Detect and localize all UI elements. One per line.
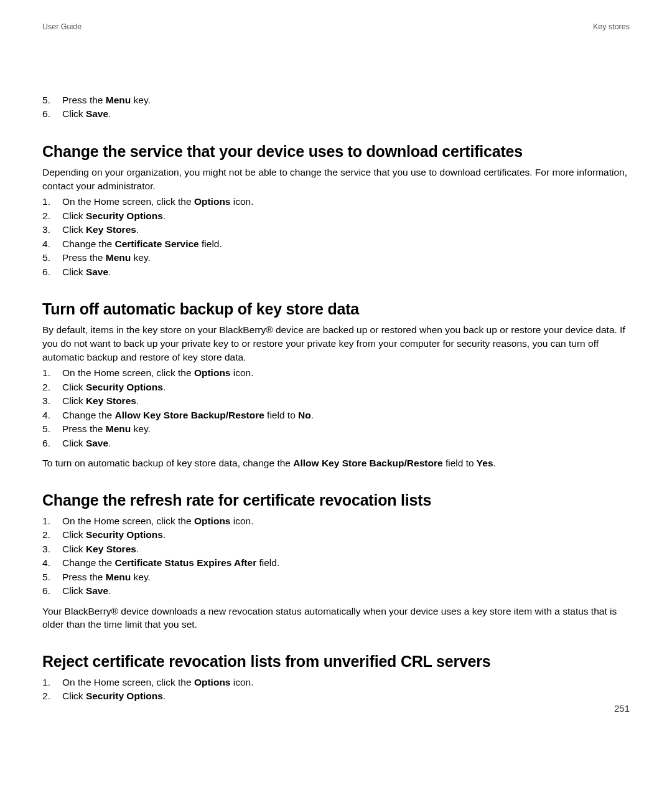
section-description: Depending on your organization, you migh…: [42, 166, 630, 192]
steps-list-2: On the Home screen, click the Options ic…: [42, 366, 630, 450]
section-description: By default, items in the key store on yo…: [42, 323, 630, 364]
section-1: Change the service that your device uses…: [42, 143, 630, 279]
step-item: Click Security Options.: [42, 380, 630, 394]
section-heading: Change the service that your device uses…: [42, 143, 630, 161]
step-item: Click Security Options.: [42, 209, 630, 223]
step-item: Click Security Options.: [42, 689, 630, 703]
intro-steps-list: Press the Menu key.Click Save.: [42, 93, 630, 121]
section-heading: Turn off automatic backup of key store d…: [42, 300, 630, 318]
step-item: Click Save.: [42, 584, 630, 598]
follow-up-text: To turn on automatic backup of key store…: [42, 456, 630, 470]
section-2: Turn off automatic backup of key store d…: [42, 300, 630, 470]
section-3: Change the refresh rate for certificate …: [42, 491, 630, 631]
step-item: On the Home screen, click the Options ic…: [42, 514, 630, 528]
step-item: Change the Allow Key Store Backup/Restor…: [42, 408, 630, 422]
step-item: Click Key Stores.: [42, 394, 630, 408]
step-item: Click Save.: [42, 107, 630, 121]
step-item: Press the Menu key.: [42, 93, 630, 107]
step-item: On the Home screen, click the Options ic…: [42, 366, 630, 380]
follow-up-text: Your BlackBerry® device downloads a new …: [42, 605, 630, 631]
step-item: Click Key Stores.: [42, 223, 630, 237]
page-header: User Guide Key stores: [42, 22, 630, 31]
step-item: Click Security Options.: [42, 528, 630, 542]
step-item: Press the Menu key.: [42, 251, 630, 265]
section-4: Reject certificate revocation lists from…: [42, 653, 630, 704]
step-item: Click Save.: [42, 265, 630, 279]
step-item: Press the Menu key.: [42, 570, 630, 584]
steps-list-3: On the Home screen, click the Options ic…: [42, 514, 630, 598]
steps-list-4: On the Home screen, click the Options ic…: [42, 676, 630, 704]
step-item: Click Save.: [42, 437, 630, 450]
section-heading: Reject certificate revocation lists from…: [42, 653, 630, 671]
step-item: Press the Menu key.: [42, 422, 630, 436]
header-right: Key stores: [593, 22, 630, 31]
step-item: Change the Certificate Service field.: [42, 237, 630, 251]
page-number: 251: [614, 703, 630, 714]
step-item: Click Key Stores.: [42, 542, 630, 556]
section-heading: Change the refresh rate for certificate …: [42, 491, 630, 509]
step-item: On the Home screen, click the Options ic…: [42, 676, 630, 689]
step-item: On the Home screen, click the Options ic…: [42, 195, 630, 209]
header-left: User Guide: [42, 22, 82, 31]
steps-list-1: On the Home screen, click the Options ic…: [42, 195, 630, 279]
step-item: Change the Certificate Status Expires Af…: [42, 556, 630, 570]
